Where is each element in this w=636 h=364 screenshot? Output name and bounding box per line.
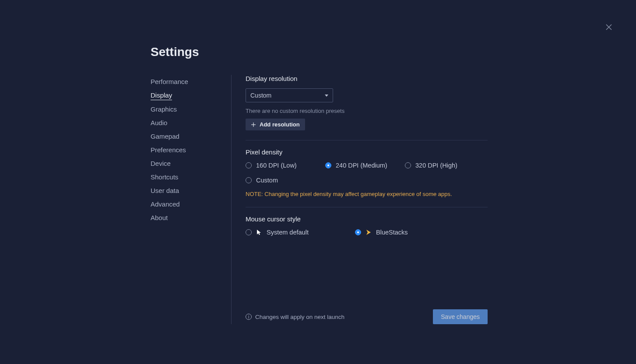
- close-button[interactable]: [604, 23, 613, 32]
- sidebar-item-graphics[interactable]: Graphics: [151, 102, 177, 116]
- bluestacks-cursor-icon: [365, 229, 372, 235]
- sidebar-item-display[interactable]: Display: [151, 88, 172, 100]
- pixel-density-note: NOTE: Changing the pixel density may aff…: [246, 191, 488, 197]
- system-cursor-icon: [256, 229, 262, 235]
- sidebar-item-performance[interactable]: Performance: [151, 75, 188, 88]
- radio-icon: [246, 177, 252, 183]
- save-changes-button[interactable]: Save changes: [433, 309, 488, 324]
- page-title: Settings: [151, 45, 488, 59]
- resolution-helper-text: There are no custom resolution presets: [246, 108, 488, 114]
- cursor-option-label: BlueStacks: [376, 229, 408, 236]
- dpi-option-240[interactable]: 240 DPI (Medium): [325, 162, 405, 169]
- dpi-option-320[interactable]: 320 DPI (High): [405, 162, 485, 169]
- add-resolution-button[interactable]: Add resolution: [246, 119, 305, 130]
- settings-content: Display resolution Custom There are no c…: [232, 75, 488, 324]
- sidebar-item-audio[interactable]: Audio: [151, 116, 167, 130]
- resolution-select[interactable]: Custom: [246, 88, 333, 102]
- plus-icon: [251, 122, 256, 127]
- chevron-down-icon: [325, 94, 328, 97]
- dpi-option-label: 240 DPI (Medium): [336, 162, 387, 169]
- sidebar-item-device[interactable]: Device: [151, 157, 171, 170]
- radio-icon: [405, 162, 411, 168]
- sidebar-item-advanced[interactable]: Advanced: [151, 197, 180, 211]
- section-divider: [246, 140, 488, 140]
- display-resolution-title: Display resolution: [246, 75, 488, 82]
- settings-sidebar: Performance Display Graphics Audio Gamep…: [151, 75, 232, 324]
- pixel-density-section: Pixel density 160 DPI (Low) 240 DPI (Med…: [246, 148, 488, 197]
- display-resolution-section: Display resolution Custom There are no c…: [246, 75, 488, 130]
- cursor-option-system[interactable]: System default: [246, 229, 355, 236]
- sidebar-item-preferences[interactable]: Preferences: [151, 143, 186, 157]
- mouse-cursor-title: Mouse cursor style: [246, 215, 488, 223]
- mouse-cursor-section: Mouse cursor style System default: [246, 215, 488, 236]
- footer-message-text: Changes will apply on next launch: [255, 314, 344, 320]
- add-resolution-label: Add resolution: [260, 121, 300, 128]
- sidebar-item-shortcuts[interactable]: Shortcuts: [151, 170, 178, 184]
- dpi-option-label: Custom: [256, 177, 278, 184]
- sidebar-item-about[interactable]: About: [151, 211, 168, 224]
- radio-icon: [246, 162, 252, 168]
- info-icon: i: [246, 314, 252, 320]
- dpi-option-custom[interactable]: Custom: [246, 177, 325, 184]
- dpi-option-160[interactable]: 160 DPI (Low): [246, 162, 325, 169]
- cursor-option-bluestacks[interactable]: BlueStacks: [355, 229, 464, 236]
- dpi-option-label: 320 DPI (High): [415, 162, 457, 169]
- pixel-density-title: Pixel density: [246, 148, 488, 156]
- sidebar-item-gamepad[interactable]: Gamepad: [151, 130, 179, 143]
- radio-icon: [355, 229, 361, 235]
- dpi-option-label: 160 DPI (Low): [256, 162, 297, 169]
- settings-footer: i Changes will apply on next launch Save…: [246, 309, 488, 324]
- resolution-select-value: Custom: [250, 92, 271, 99]
- cursor-option-label: System default: [267, 229, 309, 236]
- footer-message: i Changes will apply on next launch: [246, 314, 344, 320]
- section-divider: [246, 207, 488, 207]
- radio-icon: [246, 229, 252, 235]
- close-icon: [605, 24, 612, 31]
- radio-icon: [325, 162, 331, 168]
- sidebar-item-user-data[interactable]: User data: [151, 184, 179, 197]
